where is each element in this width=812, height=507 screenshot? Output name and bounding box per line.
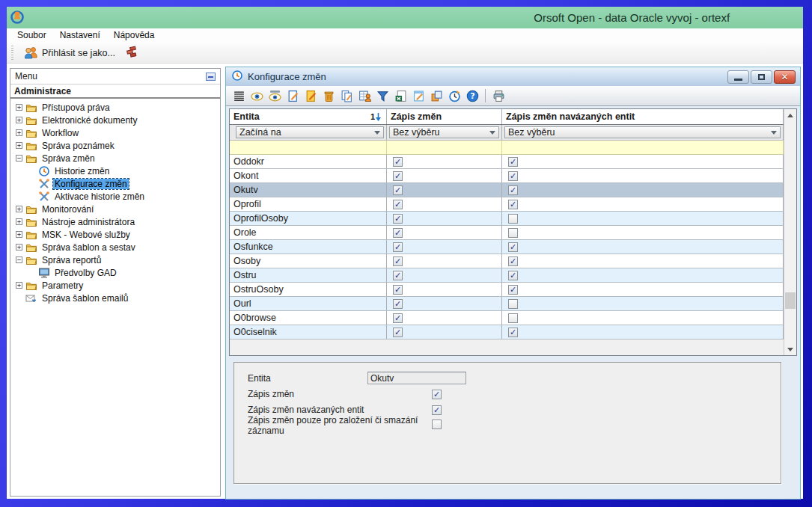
grid-row-orole[interactable]: Orole✓ [230,226,784,240]
menu-nastaveni[interactable]: Nastavení [53,29,107,42]
pages-button[interactable] [428,87,445,104]
detail-field-entita[interactable]: Okutv [367,372,466,384]
zapis-checkbox-checked[interactable]: ✓ [393,299,403,309]
expand-icon[interactable]: + [16,244,22,251]
navazane-checkbox-checked[interactable]: ✓ [508,242,518,252]
navazane-checkbox-unchecked[interactable] [508,299,518,309]
grid-row-osfunkce[interactable]: Osfunkce✓✓ [230,240,784,254]
tree-item-sprava-sablon-a-sestav[interactable]: +Správa šablon a sestav [10,241,220,254]
expand-icon[interactable]: + [16,117,22,123]
navazane-checkbox-checked[interactable]: ✓ [508,157,518,167]
doc-edit-button[interactable] [302,87,319,104]
tree-item-konfigurace-zmen[interactable]: Konfigurace změn [10,177,220,190]
printer-button[interactable] [490,87,507,104]
navazane-checkbox-checked[interactable]: ✓ [508,256,518,266]
grid-row-o0browse[interactable]: O0browse✓ [230,311,784,325]
child-titlebar[interactable]: Konfigurace změn ✕ [226,67,800,86]
bricks-icon[interactable] [124,46,138,61]
zapis-checkbox-checked[interactable]: ✓ [393,157,403,167]
collapse-icon[interactable]: − [16,256,22,263]
grid-row-o0ciselnik[interactable]: O0ciselnik✓✓ [230,325,784,339]
tree-item-sprava-zmen[interactable]: −Správa změn [10,152,220,165]
navazane-checkbox-checked[interactable]: ✓ [508,185,518,195]
grid-row-ostruosoby[interactable]: OstruOsoby✓✓ [230,283,784,297]
navazane-checkbox-checked[interactable]: ✓ [508,200,518,209]
column-header-navazane[interactable]: Zápis změn navázaných entit [502,109,784,124]
table-user-button[interactable] [356,87,373,104]
zapis-checkbox-checked[interactable]: ✓ [393,214,403,224]
expand-icon[interactable]: + [16,231,22,238]
expand-icon[interactable]: + [16,104,22,111]
zapis-checkbox-checked[interactable]: ✓ [393,285,403,295]
toolbar-grip[interactable] [11,46,13,61]
tree-item-aktivace-historie-zmen[interactable]: Aktivace historie změn [10,190,220,203]
menu-soubor[interactable]: Soubor [10,29,53,42]
grid-row-okutv[interactable]: Okutv✓✓ [230,183,784,197]
filter-dropdown-navazane[interactable]: Bez výběru [504,126,781,138]
column-header-entita[interactable]: Entita 1 [230,109,387,124]
navazane-checkbox-checked[interactable]: ✓ [508,328,518,337]
menu-napoveda[interactable]: Nápověda [107,29,162,42]
grid-row-okont[interactable]: Okont✓✓ [230,169,784,183]
filter-button[interactable] [374,87,391,104]
doc-copy-button[interactable] [338,87,355,104]
clock-run-button[interactable] [446,87,463,104]
zapis-zmen-checkbox-checked[interactable]: ✓ [432,390,442,399]
grid-row-ostru[interactable]: Ostru✓✓ [230,268,784,283]
tree-item-pristupova-prava[interactable]: +Přístupová práva [10,101,220,114]
vertical-scrollbar[interactable] [784,109,796,355]
tree-item-elektronicke-dokumenty[interactable]: +Elektronické dokumenty [10,114,220,126]
doc-new-button[interactable] [284,87,301,104]
tree-item-sprava-reportu[interactable]: −Správa reportů [10,254,220,266]
tree-item-msk-webove-sluzby[interactable]: +MSK - Webové služby [10,228,220,241]
navazane-checkbox-checked[interactable]: ✓ [508,285,518,295]
grid-row-ourl[interactable]: Ourl✓ [230,297,784,311]
grid-row-osoby[interactable]: Osoby✓✓ [230,254,784,268]
excel-button[interactable] [392,87,409,104]
navazane-checkbox-unchecked[interactable] [508,313,518,323]
minimize-button[interactable] [727,70,749,84]
navazane-checkbox-checked[interactable]: ✓ [508,171,518,181]
grid-row-oprofil[interactable]: Oprofil✓✓ [230,197,784,212]
filter-dropdown-zapis[interactable]: Bez výběru [389,126,499,138]
tree-item-historie-zmen[interactable]: Historie změn [10,165,220,177]
eye-button[interactable] [248,87,265,104]
expand-icon[interactable]: + [16,282,22,289]
expand-icon[interactable]: + [16,142,22,149]
tree-item-sprava-sablon-emailu[interactable]: Správa šablon emailů [10,292,220,304]
eye-columns-button[interactable] [266,87,283,104]
tree-item-predvolby-gad[interactable]: Předvolby GAD [10,266,220,279]
column-header-zapis-zmen[interactable]: Zápis změn [387,109,502,124]
search-input-zapis[interactable] [387,141,502,154]
zapis-checkbox-checked[interactable]: ✓ [393,185,403,195]
expand-icon[interactable]: + [16,129,22,136]
navazane-checkbox-checked[interactable]: ✓ [508,271,518,280]
search-input-entita[interactable] [230,141,387,154]
tree-item-monitorovani[interactable]: +Monitorování [10,203,220,215]
zapis-zmen-pouze-pro-zalozeni-ci-smazani-zaznamu-checkbox-unchecked[interactable] [432,420,442,429]
collapse-icon[interactable]: − [16,155,22,162]
tree-item-workflow[interactable]: +Workflow [10,126,220,139]
zapis-zmen-navazanych-entit-checkbox-checked[interactable]: ✓ [432,405,442,415]
note-edit-button[interactable] [410,87,427,104]
tree-item-sprava-poznamek[interactable]: +Správa poznámek [10,139,220,152]
zapis-checkbox-checked[interactable]: ✓ [393,242,403,252]
close-button[interactable]: ✕ [774,70,796,84]
zapis-checkbox-checked[interactable]: ✓ [393,271,403,280]
help-button[interactable]: ? [464,87,480,104]
expand-icon[interactable]: + [16,218,22,225]
panel-collapse-icon[interactable] [206,73,216,81]
filter-dropdown-entita[interactable]: Začíná na [236,126,384,138]
trash-button[interactable] [320,87,337,104]
zapis-checkbox-checked[interactable]: ✓ [393,228,403,238]
list-button[interactable] [231,87,247,104]
grid-row-oprofilosoby[interactable]: OprofilOsoby✓ [230,212,784,226]
expand-icon[interactable]: + [16,206,22,212]
navazane-checkbox-unchecked[interactable] [508,228,518,238]
tree-item-parametry[interactable]: +Parametry [10,279,220,292]
tree-item-nastroje-administratora[interactable]: +Nástroje administrátora [10,215,220,228]
zapis-checkbox-checked[interactable]: ✓ [393,200,403,209]
restore-button[interactable] [751,70,772,84]
zapis-checkbox-checked[interactable]: ✓ [393,256,403,266]
zapis-checkbox-checked[interactable]: ✓ [393,313,403,323]
